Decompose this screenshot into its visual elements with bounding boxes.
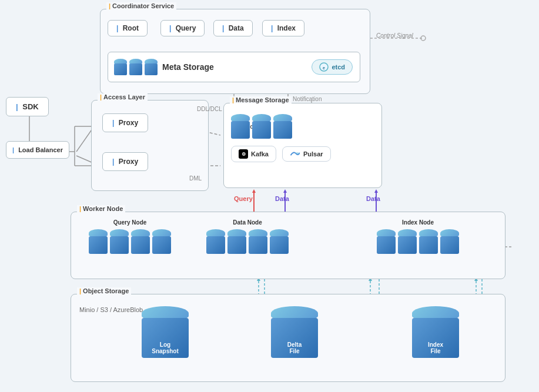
- worker-node-label: Worker Node: [77, 205, 125, 212]
- message-storage-box: Message Storage Log Broker ⚙ Kafka Pulsa…: [223, 103, 382, 188]
- svg-marker-25: [283, 189, 287, 193]
- index-item: Index: [262, 20, 304, 36]
- meta-cyl-2: [129, 59, 142, 75]
- index-node-section: Index Node: [377, 219, 459, 254]
- dml-label: DML: [189, 175, 202, 182]
- coordinator-box: Coordinator Service Root Query Data Inde…: [100, 9, 370, 94]
- meta-storage-box: Meta Storage e etcd: [108, 52, 360, 82]
- query-node-label: Query Node: [89, 219, 171, 226]
- index-node-cylinders: [377, 229, 459, 254]
- log-snapshot-label: LogSnapshot: [142, 341, 189, 354]
- control-signal-label: Control Signal: [376, 32, 413, 39]
- query-node-section: Query Node: [89, 219, 171, 254]
- lb-cyl-2: [252, 114, 271, 139]
- meta-cyl-1: [114, 59, 127, 75]
- notification-label: Notification: [293, 96, 322, 102]
- delta-file-cyl: DeltaFile: [271, 306, 318, 359]
- access-layer-label: Access Layer: [98, 93, 148, 100]
- diagram: SDK Load Balancer Coordinator Service Ro…: [0, 0, 539, 392]
- ddl-dcl-label: DDL/DCL: [197, 106, 222, 112]
- index-file-container: IndexFile: [412, 306, 459, 361]
- index-file-label: IndexFile: [412, 341, 459, 354]
- log-broker-row: Log Broker: [231, 114, 292, 139]
- lb-cyl-3: [273, 114, 292, 139]
- data-node-cylinders: [206, 229, 289, 254]
- etcd-label: etcd: [332, 63, 345, 71]
- index-node-label: Index Node: [377, 219, 459, 226]
- lb-label: Load Balancer: [18, 146, 63, 153]
- pulsar-label: Pulsar: [303, 150, 323, 158]
- root-item: Root: [108, 20, 148, 36]
- query-item: Query: [160, 20, 205, 36]
- data-node-label: Data Node: [206, 219, 289, 226]
- object-storage-label: Object Storage: [77, 287, 131, 294]
- kafka-icon: ⚙: [239, 149, 248, 159]
- svg-text:e: e: [323, 66, 325, 70]
- data-node-section: Data Node: [206, 219, 289, 254]
- etcd-icon: e: [319, 62, 329, 72]
- data-arrow-label-1: Data: [275, 195, 289, 202]
- svg-marker-28: [374, 189, 378, 193]
- object-storage-box: Object Storage Minio / S3 / AzureBlob Lo…: [71, 294, 505, 382]
- log-snapshot-container: LogSnapshot: [142, 306, 189, 361]
- worker-node-box: Worker Node Query Node Data Node Index: [71, 212, 505, 279]
- lb-cyl-1: [231, 114, 250, 139]
- query-node-cylinders: [89, 229, 171, 254]
- proxy2-box: Proxy: [102, 152, 148, 171]
- minio-label: Minio / S3 / AzureBlob: [79, 306, 143, 313]
- log-broker-cylinders: [231, 114, 292, 139]
- sdk-label: SDK: [22, 102, 38, 111]
- meta-cyl-3: [145, 59, 158, 75]
- svg-marker-22: [252, 189, 256, 193]
- load-balancer-box: Load Balancer: [6, 141, 69, 159]
- meta-storage-label: Meta Storage: [162, 62, 214, 72]
- query-arrow-label: Query: [234, 195, 253, 202]
- proxy1-box: Proxy: [102, 113, 148, 132]
- pulsar-badge: Pulsar: [282, 146, 331, 162]
- tech-row: ⚙ Kafka Pulsar: [231, 146, 331, 162]
- log-snapshot-cyl: LogSnapshot: [142, 306, 189, 359]
- meta-cylinders: [114, 59, 158, 75]
- kafka-badge: ⚙ Kafka: [231, 146, 276, 162]
- pulsar-icon: [290, 150, 300, 158]
- etcd-badge: e etcd: [312, 59, 353, 75]
- data-arrow-label-2: Data: [366, 195, 380, 202]
- sdk-box: SDK: [6, 97, 49, 116]
- coordinator-label: Coordinator Service: [106, 2, 176, 9]
- svg-point-17: [421, 36, 426, 41]
- delta-file-container: DeltaFile: [271, 306, 318, 361]
- delta-file-label: DeltaFile: [271, 341, 318, 354]
- index-file-cyl: IndexFile: [412, 306, 459, 359]
- kafka-label: Kafka: [251, 150, 269, 158]
- message-storage-label: Message Storage: [230, 96, 292, 103]
- data-item: Data: [213, 20, 253, 36]
